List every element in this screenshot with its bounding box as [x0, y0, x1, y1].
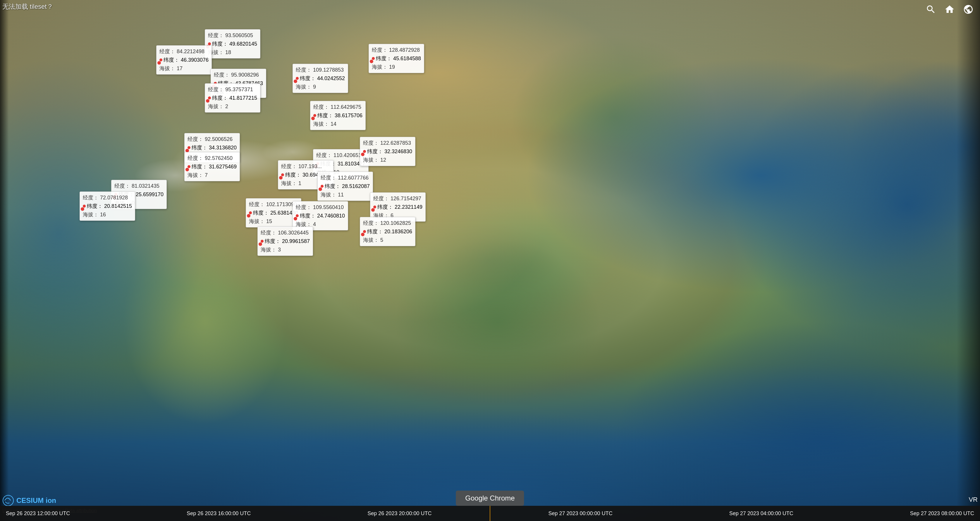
weidu-label-14: 纬度： 20.8142515 [87, 202, 132, 211]
haiba-row-2: 海拔： 17 [159, 64, 208, 73]
search-button[interactable] [924, 2, 938, 16]
jingdu-row-19: 经度： 120.1062825 [363, 219, 412, 227]
svg-point-0 [3, 495, 13, 506]
weidu-label-8: 纬度： 34.3136820 [192, 143, 237, 152]
map-pin-12[interactable] [318, 187, 322, 191]
weidu-row-15: 纬度： 25.6381430 [249, 209, 298, 217]
weidu-row-1: 纬度： 49.6820145 [208, 40, 257, 48]
weidu-label-1: 纬度： 49.6820145 [212, 40, 257, 48]
map-pin-6[interactable] [294, 79, 297, 83]
jingdu-row-20: 经度： 106.3026445 [261, 229, 310, 237]
info-box-14: 经度： 72.0781928 纬度： 20.8142515 海拔： 16 [80, 192, 135, 221]
home-button[interactable] [943, 2, 956, 16]
cesium-brand: CESIUM ion [16, 496, 56, 505]
weidu-row-3: 纬度： 45.6184588 [372, 54, 421, 63]
weidu-row-18: 纬度： 22.2321149 [373, 203, 422, 211]
weidu-label-7: 纬度： 38.6175706 [317, 111, 363, 120]
jingdu-row-13: 经度： 81.0321435 [115, 182, 164, 190]
chrome-toast-text: Google Chrome [465, 494, 515, 502]
cesium-logo-icon [2, 495, 14, 507]
info-box-3: 经度： 128.4872928 纬度： 45.6184588 海拔： 19 [369, 44, 424, 73]
jingdu-row-5: 经度： 95.3757371 [208, 85, 257, 94]
map-pin-7[interactable] [311, 117, 315, 120]
info-box-1: 经度： 93.5060505 纬度： 49.6820145 海拔： 18 [205, 29, 260, 59]
timeline-strip[interactable]: Sep 26 2023 12:00:00 UTC Sep 26 2023 16:… [0, 506, 980, 521]
timeline-needle [490, 506, 490, 521]
info-box-2: 经度： 84.2212498 纬度： 46.3903076 海拔： 17 [156, 45, 212, 75]
weidu-row-16: 纬度： 24.7460810 [296, 212, 345, 220]
jingdu-row-18: 经度： 126.7154297 [373, 194, 422, 203]
jingdu-row-15: 经度： 102.1713090 [249, 200, 298, 209]
search-icon [926, 4, 936, 14]
weidu-row-6: 纬度： 44.0242552 [296, 74, 345, 83]
vr-button[interactable]: VR [969, 496, 978, 504]
weidu-row-19: 纬度： 20.1836206 [363, 227, 412, 236]
timeline-time-3: Sep 26 2023 20:00:00 UTC [368, 510, 431, 516]
haiba-row-20: 海拔： 3 [261, 246, 310, 254]
globe-button[interactable] [961, 2, 975, 16]
top-right-toolbar [924, 2, 975, 16]
map-pin-5[interactable] [206, 99, 210, 103]
weidu-row-7: 纬度： 38.6175706 [313, 111, 363, 120]
globe-left-vignette [0, 0, 9, 521]
map-pin-14[interactable] [81, 207, 84, 211]
weidu-label-9: 纬度： 31.6275469 [192, 162, 237, 171]
error-message: 无法加载 tileset？ [2, 2, 53, 11]
jingdu-row-3: 经度： 128.4872928 [372, 46, 421, 54]
map-snow-layer [0, 0, 980, 521]
error-text: 无法加载 tileset？ [2, 3, 53, 10]
weidu-label-3: 纬度： 45.6184588 [376, 54, 421, 63]
info-box-6: 经度： 109.1278853 纬度： 44.0242552 海拔： 9 [293, 64, 348, 93]
map-pin-11[interactable] [279, 176, 283, 179]
weidu-label-18: 纬度： 22.2321149 [377, 203, 422, 211]
map-pin-17[interactable] [361, 152, 364, 156]
globe-icon [963, 4, 974, 14]
map-pin-15[interactable] [247, 214, 250, 218]
cesium-logo: CESIUM ion [2, 495, 56, 507]
timeline-time-2: Sep 26 2023 16:00:00 UTC [187, 510, 251, 516]
timeline-time-6: Sep 27 2023 08:00:00 UTC [910, 510, 974, 516]
weidu-label-20: 纬度： 20.9961587 [265, 237, 310, 246]
weidu-row-5: 纬度： 41.8177215 [208, 94, 257, 102]
map-pin-3[interactable] [370, 60, 373, 63]
info-box-7: 经度： 112.6429675 纬度： 38.6175706 海拔： 14 [310, 101, 366, 130]
weidu-label-15: 纬度： 25.6381430 [253, 209, 298, 217]
jingdu-row-14: 经度： 72.0781928 [83, 194, 132, 202]
weidu-label-6: 纬度： 44.0242552 [300, 74, 345, 83]
haiba-row-15: 海拔： 15 [249, 217, 298, 226]
weidu-row-2: 纬度： 46.3903076 [159, 56, 208, 64]
weidu-label-2: 纬度： 46.3903076 [164, 56, 208, 64]
jingdu-row-4: 经度： 95.9008296 [214, 71, 263, 79]
map-pin-18[interactable] [371, 208, 375, 212]
haiba-row-9: 海拔： 7 [188, 171, 237, 179]
haiba-row-17: 海拔： 12 [363, 156, 412, 164]
jingdu-row-6: 经度： 109.1278853 [296, 66, 345, 74]
weidu-row-8: 纬度： 34.3136820 [188, 143, 237, 152]
haiba-row-7: 海拔： 14 [313, 120, 363, 129]
jingdu-row-12: 经度： 112.6077766 [321, 174, 370, 182]
weidu-label-12: 纬度： 28.5162087 [325, 182, 370, 191]
haiba-row-14: 海拔： 16 [83, 211, 132, 219]
haiba-row-3: 海拔： 19 [372, 63, 421, 71]
weidu-row-9: 纬度： 31.6275469 [188, 162, 237, 171]
weidu-label-16: 纬度： 24.7460810 [300, 212, 345, 220]
jingdu-row-11: 经度： 107.193... [281, 162, 330, 171]
haiba-row-12: 海拔： 11 [321, 191, 370, 199]
haiba-row-19: 海拔： 5 [363, 236, 412, 245]
map-pin-2[interactable] [158, 61, 161, 65]
home-icon [944, 4, 955, 14]
timeline-time-1: Sep 26 2023 12:00:00 UTC [6, 510, 70, 516]
jingdu-row-10: 经度： 110.4206510 [316, 151, 365, 160]
map-pin-19[interactable] [361, 233, 364, 236]
jingdu-row-17: 经度： 122.6287853 [363, 139, 412, 147]
map-pin-9[interactable] [186, 168, 189, 172]
map-pin-16[interactable] [294, 217, 297, 221]
weidu-label-5: 纬度： 41.8177215 [212, 94, 257, 102]
info-box-20: 经度： 106.3026445 纬度： 20.9961587 海拔： 3 [258, 227, 313, 256]
info-box-17: 经度： 122.6287853 纬度： 32.3246830 海拔： 12 [360, 137, 415, 166]
weidu-row-17: 纬度： 32.3246830 [363, 147, 412, 156]
timeline-time-5: Sep 27 2023 04:00:00 UTC [729, 510, 793, 516]
haiba-row-5: 海拔： 2 [208, 102, 257, 111]
map-pin-20[interactable] [259, 242, 262, 246]
info-box-5: 经度： 95.3757371 纬度： 41.8177215 海拔： 2 [205, 83, 260, 113]
